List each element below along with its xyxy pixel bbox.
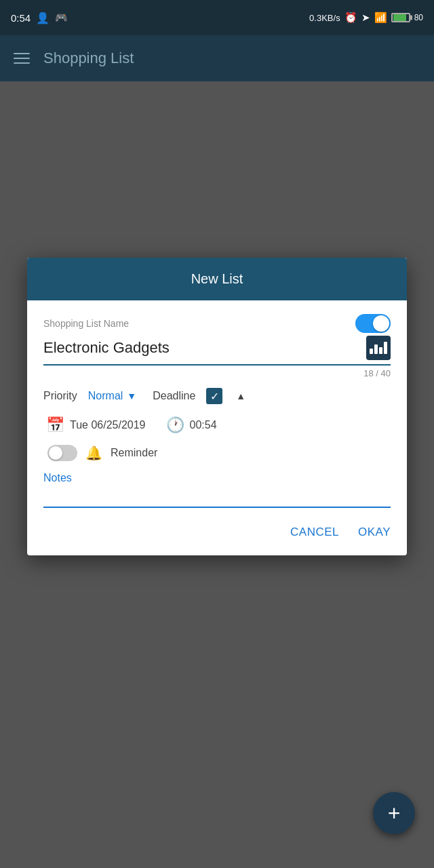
date-value: Tue 06/25/2019	[70, 419, 146, 431]
calendar-icon: 📅	[46, 416, 64, 434]
reminder-row: 🔔 Reminder	[43, 445, 391, 461]
time-field[interactable]: 🕐 00:54	[166, 416, 217, 434]
dialog-body: Shopping List Name 18 / 40 Priority	[27, 300, 407, 511]
priority-deadline-row: Priority Normal ▼ Deadline ✓ ▲	[43, 388, 391, 404]
reminder-label: Reminder	[111, 447, 157, 459]
priority-chevron-down: ▼	[127, 391, 136, 401]
date-time-row: 📅 Tue 06/25/2019 🕐 00:54	[43, 416, 391, 434]
status-time: 0:54	[11, 12, 31, 24]
reminder-toggle-knob	[49, 446, 62, 460]
deadline-label: Deadline	[153, 390, 195, 402]
reminder-icon: 🔔	[85, 445, 102, 461]
name-label: Shopping List Name	[43, 314, 129, 329]
app-bar: Shopping List	[0, 35, 434, 81]
wifi-icon: 📶	[374, 12, 387, 24]
alarm-icon: ⏰	[344, 12, 357, 24]
status-left: 0:54 🎮	[11, 12, 68, 24]
time-value: 00:54	[190, 419, 217, 431]
cancel-button[interactable]: CANCEL	[288, 521, 342, 543]
toggle-knob	[373, 315, 389, 332]
chart-button[interactable]	[366, 336, 391, 360]
reminder-toggle[interactable]	[47, 445, 77, 461]
game-icon: 🎮	[55, 12, 68, 24]
deadline-checkbox[interactable]: ✓	[206, 388, 222, 404]
network-speed: 0.3KB/s	[309, 13, 340, 23]
menu-icon[interactable]	[14, 53, 30, 64]
new-list-dialog: New List Shopping List Name 18 / 40	[27, 258, 407, 555]
battery-icon	[391, 13, 410, 22]
list-toggle[interactable]	[355, 314, 391, 333]
person-icon	[36, 12, 50, 24]
notes-label[interactable]: Notes	[43, 472, 72, 484]
notes-section: Notes	[43, 472, 391, 511]
dialog-header: New List	[27, 258, 407, 300]
dialog-title: New List	[191, 271, 243, 286]
priority-select[interactable]: Normal ▼	[88, 390, 136, 402]
battery-level: 80	[414, 13, 423, 22]
char-count: 18 / 40	[43, 368, 391, 378]
priority-label: Priority	[43, 390, 77, 402]
fab-button[interactable]: +	[373, 792, 415, 834]
date-field[interactable]: 📅 Tue 06/25/2019	[46, 416, 146, 434]
name-field-row: Shopping List Name	[43, 314, 391, 333]
clock-icon: 🕐	[166, 416, 184, 434]
navigation-icon: ➤	[361, 12, 370, 24]
status-right: 0.3KB/s ⏰ ➤ 📶 80	[309, 12, 423, 24]
fab-icon: +	[388, 801, 401, 826]
okay-button[interactable]: OKAY	[355, 521, 393, 543]
notes-input[interactable]	[43, 487, 391, 508]
status-bar: 0:54 🎮 0.3KB/s ⏰ ➤ 📶 80	[0, 0, 434, 35]
chart-icon	[370, 342, 387, 354]
priority-value: Normal	[88, 390, 123, 402]
list-name-input[interactable]	[43, 339, 366, 357]
app-title: Shopping List	[43, 50, 134, 67]
name-input-row	[43, 336, 391, 366]
dialog-actions: CANCEL OKAY	[27, 511, 407, 555]
deadline-chevron-up[interactable]: ▲	[236, 391, 245, 401]
